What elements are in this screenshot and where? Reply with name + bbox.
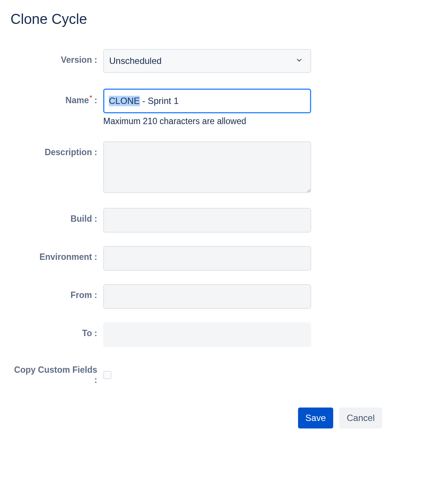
build-row: Build : — [10, 208, 438, 233]
name-label: Name* : — [10, 89, 103, 105]
copy-custom-fields-label: Copy Custom Fields : — [10, 365, 103, 385]
version-row: Version : Unscheduled — [10, 49, 438, 73]
from-label: From : — [10, 284, 103, 300]
description-input[interactable] — [103, 141, 311, 193]
to-row: To : — [10, 322, 438, 347]
copy-custom-fields-checkbox[interactable] — [103, 371, 111, 379]
cancel-button[interactable]: Cancel — [339, 408, 382, 428]
copy-custom-fields-row: Copy Custom Fields : — [10, 365, 438, 385]
build-label: Build : — [10, 208, 103, 224]
dialog-title: Clone Cycle — [10, 11, 438, 27]
name-row: Name* : CLONE - Sprint 1 — [10, 89, 438, 113]
to-label: To : — [10, 322, 103, 338]
environment-row: Environment : — [10, 246, 438, 271]
button-row: Save Cancel — [10, 408, 384, 428]
description-label: Description : — [10, 141, 103, 157]
name-hint-row: Maximum 210 characters are allowed — [10, 116, 438, 126]
environment-input[interactable] — [103, 246, 311, 271]
version-label: Version : — [10, 49, 103, 65]
environment-label: Environment : — [10, 246, 103, 262]
version-select[interactable]: Unscheduled — [103, 49, 311, 73]
save-button[interactable]: Save — [298, 408, 334, 428]
name-rest-text: - Sprint 1 — [140, 96, 179, 106]
to-input[interactable] — [103, 322, 311, 347]
name-input[interactable]: CLONE - Sprint 1 — [103, 89, 311, 113]
description-row: Description : — [10, 141, 438, 194]
name-hint: Maximum 210 characters are allowed — [103, 116, 311, 126]
build-input[interactable] — [103, 208, 311, 233]
name-selected-text: CLONE — [109, 96, 140, 106]
version-value: Unscheduled — [109, 56, 162, 66]
from-row: From : — [10, 284, 438, 309]
from-input[interactable] — [103, 284, 311, 309]
